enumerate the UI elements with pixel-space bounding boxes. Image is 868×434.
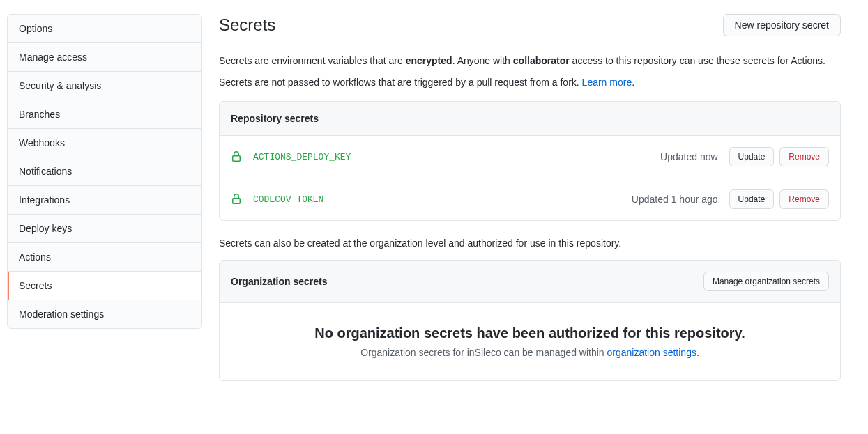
secret-updated: Updated 1 hour ago [632, 194, 718, 205]
sidebar-item-actions[interactable]: Actions [8, 243, 201, 272]
description-line-2: Secrets are not passed to workflows that… [219, 75, 841, 90]
empty-text: Organization secrets for inSileco can be… [242, 347, 818, 358]
remove-secret-button[interactable]: Remove [779, 147, 829, 166]
settings-menu: Options Manage access Security & analysi… [7, 14, 202, 329]
organization-secrets-box: Organization secrets Manage organization… [219, 260, 841, 381]
main-content: Secrets New repository secret Secrets ar… [202, 14, 858, 398]
sidebar-item-branches[interactable]: Branches [8, 100, 201, 129]
secret-actions: Update Remove [729, 147, 829, 166]
secret-updated: Updated now [660, 151, 718, 162]
learn-more-link[interactable]: Learn more [582, 77, 632, 88]
sidebar-item-moderation-settings[interactable]: Moderation settings [8, 300, 201, 328]
sidebar-item-manage-access[interactable]: Manage access [8, 43, 201, 72]
lock-icon [231, 194, 242, 205]
sidebar-item-options[interactable]: Options [8, 15, 201, 43]
new-repository-secret-button[interactable]: New repository secret [723, 14, 841, 36]
repository-secrets-title: Repository secrets [231, 113, 319, 124]
sidebar-item-deploy-keys[interactable]: Deploy keys [8, 215, 201, 243]
repository-secrets-box: Repository secrets ACTIONS_DEPLOY_KEY Up… [219, 101, 841, 221]
secret-row: CODECOV_TOKEN Updated 1 hour ago Update … [220, 178, 840, 220]
organization-secrets-empty: No organization secrets have been author… [220, 303, 840, 380]
secret-row: ACTIONS_DEPLOY_KEY Updated now Update Re… [220, 136, 840, 178]
organization-secrets-header: Organization secrets Manage organization… [220, 261, 840, 303]
sidebar-item-security-analysis[interactable]: Security & analysis [8, 72, 201, 100]
description-line-1: Secrets are environment variables that a… [219, 54, 841, 68]
sidebar-item-secrets[interactable]: Secrets [8, 272, 201, 300]
page-title: Secrets [219, 15, 275, 35]
sidebar-item-integrations[interactable]: Integrations [8, 186, 201, 215]
sidebar-item-webhooks[interactable]: Webhooks [8, 129, 201, 157]
update-secret-button[interactable]: Update [729, 147, 775, 166]
repository-secrets-header: Repository secrets [220, 102, 840, 136]
lock-icon [231, 151, 242, 162]
secrets-description: Secrets are environment variables that a… [219, 54, 841, 90]
org-intro-text: Secrets can also be created at the organ… [219, 238, 841, 249]
sidebar-item-notifications[interactable]: Notifications [8, 157, 201, 186]
secret-name: CODECOV_TOKEN [253, 194, 632, 205]
empty-title: No organization secrets have been author… [242, 325, 818, 341]
settings-sidebar: Options Manage access Security & analysi… [7, 14, 202, 398]
organization-secrets-title: Organization secrets [231, 276, 328, 287]
page-header: Secrets New repository secret [219, 14, 841, 42]
remove-secret-button[interactable]: Remove [779, 189, 829, 209]
secret-actions: Update Remove [729, 189, 829, 209]
organization-settings-link[interactable]: organization settings. [607, 347, 699, 358]
update-secret-button[interactable]: Update [729, 189, 775, 209]
secret-name: ACTIONS_DEPLOY_KEY [253, 152, 660, 162]
manage-organization-secrets-button[interactable]: Manage organization secrets [703, 272, 829, 291]
